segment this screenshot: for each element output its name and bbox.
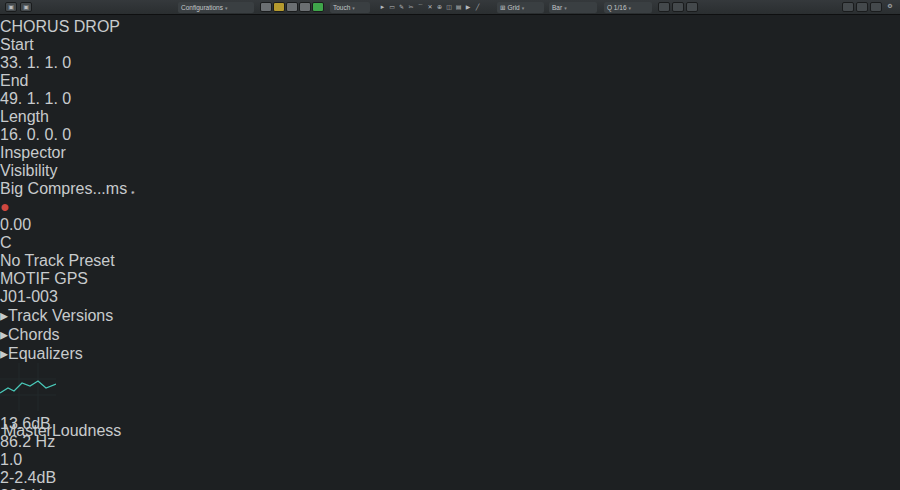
object-select-tool-icon[interactable]: ► [378, 2, 387, 13]
window-zone-left-icon[interactable] [842, 2, 854, 12]
toolbar-cluster-icon-3[interactable] [299, 2, 311, 12]
eq-row-3[interactable]: 2-2.4dB [0, 469, 900, 487]
chevron-down-icon: ▾ [629, 5, 632, 11]
comp-tool-icon[interactable]: ▤ [454, 2, 463, 13]
project-setup-icon[interactable]: ▣ [20, 2, 32, 12]
section-equalizers[interactable]: ▸Equalizers [0, 344, 900, 363]
chevron-down-icon: ▾ [352, 5, 355, 11]
project-history-icon[interactable]: ▣ [5, 2, 17, 12]
configurations-label: Configurations [181, 4, 223, 11]
split-tool-icon[interactable]: ✂ [407, 2, 416, 13]
quantize-dropdown[interactable]: Q 1/16 ▾ [604, 2, 652, 13]
setup-gear-icon[interactable]: ⚙ [884, 2, 896, 12]
marker-end-value[interactable]: 49. 1. 1. 0 [0, 90, 95, 108]
selected-track-title[interactable]: Big Compres...ms e [0, 180, 900, 198]
cubase-project-window: ▣ ▣ Configurations ▾ Touch ▾ ►▭✎✂⌒✕⊕◫▤▶╱… [0, 0, 900, 490]
window-zone-right-icon[interactable] [870, 2, 882, 12]
start-label: Start [0, 36, 95, 54]
snap-label: Bar [552, 4, 562, 11]
preset-row-j01-003[interactable]: J01-003 [0, 288, 900, 306]
chevron-down-icon: ▾ [522, 5, 525, 11]
auto-quantize-icon[interactable] [686, 2, 698, 12]
inspector-sections-top: ▸Track Versions▸Chords▸Equalizers [0, 306, 900, 363]
window-zone-lower-icon[interactable] [856, 2, 868, 12]
erase-tool-icon[interactable]: ✕ [426, 2, 435, 13]
section-track-versions[interactable]: ▸Track Versions [0, 306, 900, 325]
record-icon-0[interactable]: ● [0, 198, 900, 216]
draw-tool-icon[interactable]: ✎ [397, 2, 406, 13]
preset-row-motif-gps[interactable]: MOTIF GPS [0, 270, 900, 288]
grid-type-dropdown[interactable]: ⊞ Grid ▾ [497, 2, 544, 13]
toolbar-cluster-icon-2[interactable] [286, 2, 298, 12]
pan-slider[interactable]: C [0, 234, 900, 252]
grid-label: Grid [507, 4, 519, 11]
volume-slider[interactable]: 0.00 [0, 216, 900, 234]
preset-rows: No Track PresetMOTIF GPSJ01-003 [0, 252, 900, 306]
tab-master[interactable]: Master [3, 422, 52, 440]
tab-inspector[interactable]: Inspector [0, 144, 32, 162]
marker-length-value[interactable]: 16. 0. 0. 0 [0, 126, 95, 144]
configurations-dropdown[interactable]: Configurations ▾ [178, 2, 254, 13]
preset-row-no-track-preset[interactable]: No Track Preset [0, 252, 900, 270]
snap-type-dropdown[interactable]: Bar ▾ [549, 2, 597, 13]
toolbar-cluster-icon-4[interactable] [312, 2, 324, 12]
chevron-down-icon: ▾ [225, 5, 228, 11]
track-record-icons-row: ● [0, 198, 900, 216]
marker-info-bar: Name CHORUS DROP Start 33. 1. 1. 0 End 4… [0, 0, 900, 144]
tab-visibility[interactable]: Visibility [0, 162, 30, 180]
eq-row-2[interactable]: 1.0 [0, 451, 900, 469]
marker-start-value[interactable]: 33. 1. 1. 0 [0, 54, 95, 72]
eq-curve-graph [0, 363, 900, 415]
snap-toggle-icon[interactable] [658, 2, 670, 12]
quantize-panel-icon[interactable] [672, 2, 684, 12]
audition-tool-icon[interactable]: ▶ [464, 2, 473, 13]
pan-value[interactable]: C [0, 234, 12, 251]
volume-value[interactable]: 0.00 [0, 216, 31, 233]
marker-name-value[interactable]: CHORUS DROP [0, 18, 130, 36]
toolbar-cluster-icon-1[interactable] [273, 2, 285, 12]
length-label: Length [0, 108, 95, 126]
glue-tool-icon[interactable]: ⌒ [416, 2, 425, 13]
main-toolbar: ▣ ▣ Configurations ▾ Touch ▾ ►▭✎✂⌒✕⊕◫▤▶╱… [0, 0, 900, 15]
automation-mode-dropdown[interactable]: Touch ▾ [330, 2, 370, 13]
automation-mode-label: Touch [333, 4, 350, 11]
mute-tool-icon[interactable]: ◫ [445, 2, 454, 13]
line-tool-icon[interactable]: ╱ [473, 2, 482, 13]
chevron-down-icon: ▾ [564, 5, 567, 11]
edit-channel-icon[interactable]: e [132, 189, 135, 195]
quantize-label: Q 1/16 [607, 4, 627, 11]
range-select-tool-icon[interactable]: ▭ [388, 2, 397, 13]
end-label: End [0, 72, 95, 90]
toolbar-cluster-icon-0[interactable] [260, 2, 272, 12]
tab-loudness[interactable]: Loudness [52, 422, 121, 440]
section-chords[interactable]: ▸Chords [0, 325, 900, 344]
grid-icon: ⊞ [500, 4, 505, 12]
zoom-tool-icon[interactable]: ⊕ [435, 2, 444, 13]
